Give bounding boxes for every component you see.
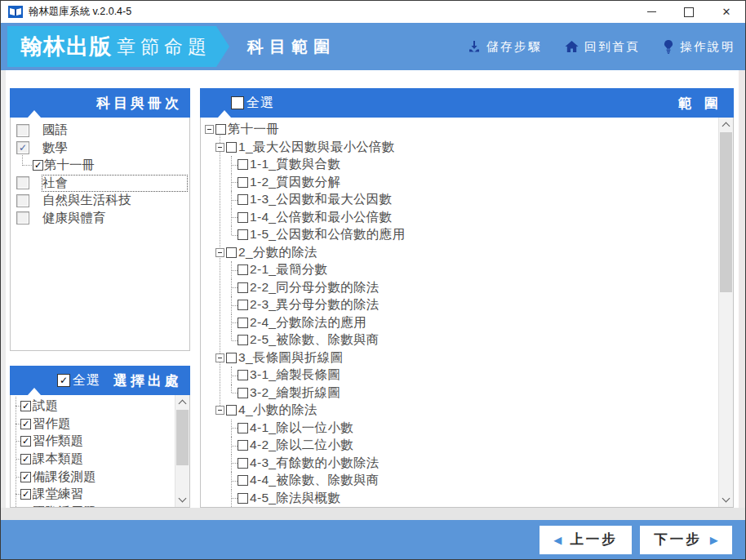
tree-row[interactable]: 1-5_公因數和公倍數的應用 [205,226,716,244]
tree-checkbox[interactable] [238,458,248,469]
minimize-button[interactable] [633,1,670,23]
tree-row[interactable]: 4-3_有餘數的小數除法 [205,455,716,473]
tree-checkbox[interactable] [238,194,248,205]
tree-row[interactable]: 第十一冊 [205,121,716,139]
source-row[interactable]: ✓試題 [11,398,175,416]
tree-checkbox[interactable] [238,177,248,188]
home-button[interactable]: 回到首頁 [565,39,640,55]
tree-row[interactable]: 3-2_繪製折線圖 [205,384,716,402]
source-row[interactable]: ✓習作題 [11,416,175,433]
scroll-up-icon[interactable] [175,395,189,409]
scope-panel: 全選 範圍 第十一冊1_最大公因數與最小公倍數1-1_質數與合數1-2_質因數分… [200,88,734,508]
source-checkbox[interactable]: ✓ [20,472,31,482]
source-row[interactable]: ✓國際活用題 [11,504,175,507]
app-logo-icon [8,6,23,18]
subject-row[interactable]: 社會 [11,175,189,193]
tree-checkbox[interactable] [238,159,248,170]
tree-row[interactable]: 1-3_公因數和最大公因數 [205,191,716,209]
subject-row[interactable]: ✓數學 [11,140,189,158]
tree-row[interactable]: 4_小數的除法 [205,402,716,420]
tree-checkbox[interactable] [226,247,237,258]
expand-toggle-icon[interactable] [215,143,224,152]
subject-row[interactable]: 自然與生活科技 [11,192,189,210]
tree-row[interactable]: 3-1_繪製長條圖 [205,367,716,384]
subject-checkbox[interactable]: ✓ [33,160,43,171]
expand-toggle-icon[interactable] [215,248,224,257]
tree-checkbox[interactable] [238,300,248,310]
source-row[interactable]: ✓課堂練習 [11,486,175,504]
tree-checkbox[interactable] [238,370,248,380]
tree-row[interactable]: 1_最大公因數與最小公倍數 [205,139,716,157]
source-checkbox[interactable]: ✓ [20,419,31,429]
sources-scrollbar[interactable] [175,395,189,507]
scroll-down-icon[interactable] [175,493,189,507]
tree-row[interactable]: 4-1_除以一位小數 [205,420,716,438]
tree-row[interactable]: 1-1_質數與合數 [205,156,716,174]
tree-row[interactable]: 2-3_異分母分數的除法 [205,296,716,314]
source-label: 課堂練習 [33,486,83,503]
tree-label: 2-5_被除數、除數與商 [250,331,380,349]
tree-row[interactable]: 4-4_被除數、除數與商 [205,472,716,490]
tree-row[interactable]: 2-1_最簡分數 [205,261,716,279]
tree-checkbox[interactable] [238,212,248,223]
source-row[interactable]: ✓習作類題 [11,433,175,451]
source-checkbox[interactable]: ✓ [20,454,31,464]
tree-checkbox[interactable] [226,405,237,416]
tree-checkbox[interactable] [226,353,237,363]
scrollbar-thumb[interactable] [720,132,732,292]
tree-row[interactable]: 4-2_除以二位小數 [205,437,716,455]
scope-scrollbar[interactable] [718,118,733,507]
subject-row[interactable]: 國語 [11,122,189,140]
subject-row[interactable]: ✓第十一冊 [11,157,189,175]
tree-checkbox[interactable] [215,124,226,135]
expand-toggle-icon[interactable] [215,353,224,362]
tree-row[interactable]: 4-5_除法與概數 [205,490,716,508]
tree-checkbox[interactable] [238,229,248,240]
scroll-down-icon[interactable] [719,493,733,507]
subject-checkbox[interactable] [16,194,29,207]
tree-checkbox[interactable] [238,475,248,486]
maximize-icon [684,7,694,17]
tree-checkbox[interactable] [238,282,248,293]
expand-toggle-icon[interactable] [215,406,224,415]
close-button[interactable]: ✕ [708,1,745,23]
tree-checkbox[interactable] [238,318,248,328]
tree-row[interactable]: 2-2_同分母分數的除法 [205,279,716,297]
subject-checkbox[interactable] [16,211,29,224]
source-checkbox[interactable]: ✓ [20,489,31,500]
sources-select-all-checkbox[interactable]: ✓ [57,374,70,387]
scroll-up-icon[interactable] [719,118,733,131]
tree-checkbox[interactable] [226,142,237,153]
tree-checkbox[interactable] [238,388,248,398]
subject-checkbox[interactable]: ✓ [16,141,29,154]
maximize-button[interactable] [670,1,708,23]
subject-checkbox[interactable] [16,176,29,189]
source-row[interactable]: ✓課本類題 [11,451,175,469]
tree-checkbox[interactable] [238,335,248,345]
scope-select-all-checkbox[interactable] [231,96,244,109]
help-button[interactable]: 操作說明 [663,39,735,55]
subject-checkbox[interactable] [16,124,29,137]
source-checkbox[interactable]: ✓ [20,436,31,447]
prev-step-button[interactable]: ◀ 上一步 [540,526,632,554]
tree-checkbox[interactable] [238,423,248,433]
tree-line [16,397,16,507]
tree-row[interactable]: 2-4_分數除法的應用 [205,314,716,332]
tree-row[interactable]: 1-4_公倍數和最小公倍數 [205,209,716,227]
subject-row[interactable]: 健康與體育 [11,210,189,228]
tree-row[interactable]: 1-2_質因數分解 [205,174,716,192]
scrollbar-thumb[interactable] [176,410,189,465]
tree-row[interactable]: 2-5_被除數、除數與商 [205,331,716,349]
source-row[interactable]: ✓備課後測題 [11,468,175,486]
tree-checkbox[interactable] [238,440,248,451]
save-steps-button[interactable]: 儲存步驟 [468,39,542,55]
tree-connector [226,455,238,473]
next-step-button[interactable]: 下一步 ▶ [640,526,732,554]
tree-checkbox[interactable] [238,493,248,504]
tree-checkbox[interactable] [238,264,248,275]
expand-toggle-icon[interactable] [205,125,214,134]
tree-row[interactable]: 2_分數的除法 [205,244,716,262]
tree-label: 4_小數的除法 [238,402,317,419]
tree-row[interactable]: 3_長條圖與折線圖 [205,349,716,367]
source-checkbox[interactable]: ✓ [20,401,31,411]
